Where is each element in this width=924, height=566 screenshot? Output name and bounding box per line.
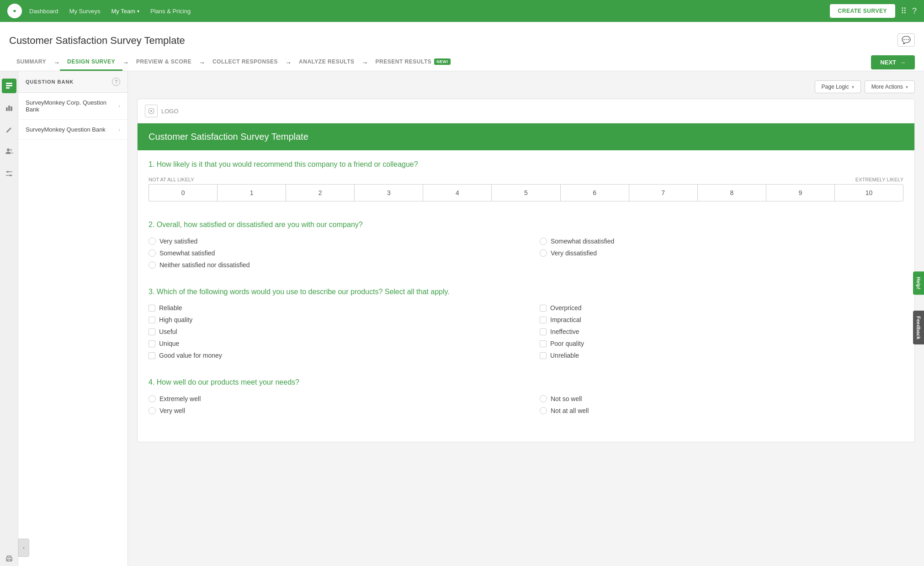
q4-option-1[interactable]: Extremely well [149, 395, 512, 402]
team-dropdown-arrow: ▾ [137, 9, 139, 14]
page-title: Customer Satisfaction Survey Template [9, 29, 185, 50]
grid-icon[interactable]: ⠿ [901, 6, 907, 16]
q4-option-3[interactable]: Very well [149, 407, 512, 414]
svg-point-7 [7, 148, 10, 151]
question-2-block: 2. Overall, how satisfied or dissatisfie… [149, 220, 903, 268]
page-logic-arrow: ▾ [852, 85, 854, 90]
collapse-sidebar-button[interactable]: ‹ [18, 539, 29, 557]
nps-3[interactable]: 3 [354, 184, 423, 201]
nps-10[interactable]: 10 [834, 184, 903, 201]
tab-navigation: SUMMARY → DESIGN SURVEY → PREVIEW & SCOR… [9, 54, 915, 71]
tab-analyze-results[interactable]: ANALYZE RESULTS [292, 54, 362, 71]
q2-option-3[interactable]: Somewhat satisfied [149, 249, 512, 257]
q3-option-1[interactable]: Reliable [149, 304, 512, 312]
q3-option-4[interactable]: Impractical [540, 316, 903, 323]
question-bank-header: QUESTION BANK ? [18, 71, 127, 93]
top-navigation: Dashboard My Surveys My Team ▾ Plans & P… [0, 0, 924, 22]
nps-5[interactable]: 5 [491, 184, 560, 201]
q3-option-7[interactable]: Unique [149, 340, 512, 347]
nav-my-surveys[interactable]: My Surveys [69, 8, 101, 15]
survey-logo-bar: LOGO [138, 99, 914, 123]
question-3-block: 3. Which of the following words would yo… [149, 287, 903, 359]
question-4-block: 4. How well do our products meet your ne… [149, 377, 903, 414]
q3-option-3[interactable]: High quality [149, 316, 512, 323]
q3-option-9[interactable]: Good value for money [149, 352, 512, 359]
radio-circle-1 [149, 238, 156, 245]
qbank-item-corp[interactable]: SurveyMonkey Corp. Question Bank › [18, 93, 127, 120]
question-bank-help[interactable]: ? [112, 78, 120, 86]
radio-circle-q4-1 [149, 395, 156, 402]
svg-point-10 [7, 171, 9, 173]
tab-design-survey[interactable]: DESIGN SURVEY [60, 54, 122, 71]
page-logic-button[interactable]: Page Logic ▾ [815, 80, 861, 93]
chevron-right-icon-2: › [118, 127, 120, 133]
create-survey-button[interactable]: CREATE SURVEY [830, 4, 895, 18]
help-tab[interactable]: Help! [913, 271, 924, 295]
chat-button[interactable]: 💬 [897, 33, 915, 47]
survey-content: Page Logic ▾ More Actions ▾ LOGO Custome… [128, 71, 924, 566]
tab-arrow-5: → [362, 59, 368, 66]
question-bank-title: QUESTION BANK [26, 79, 74, 85]
logo-icon [145, 105, 158, 117]
nps-6[interactable]: 6 [560, 184, 629, 201]
q4-option-4[interactable]: Not at all well [540, 407, 903, 414]
nav-dashboard[interactable]: Dashboard [29, 8, 58, 15]
question-1-block: 1. How likely is it that you would recom… [149, 159, 903, 201]
tab-arrow-1: → [53, 59, 60, 66]
q2-option-4[interactable]: Very dissatisfied [540, 249, 903, 257]
q3-option-6[interactable]: Ineffective [540, 328, 903, 335]
nps-0[interactable]: 0 [149, 184, 217, 201]
question-3-text: 3. Which of the following words would yo… [149, 287, 903, 297]
feedback-tab[interactable]: Feedback [913, 311, 924, 345]
sidebar-chart-icon[interactable] [2, 101, 16, 115]
tab-present-results[interactable]: PRESENT RESULTS NEW! [368, 54, 458, 71]
nps-1[interactable]: 1 [217, 184, 286, 201]
tab-summary[interactable]: SUMMARY [9, 54, 53, 71]
radio-circle-q4-2 [540, 395, 547, 402]
more-actions-button[interactable]: More Actions ▾ [865, 80, 915, 93]
q4-option-2[interactable]: Not so well [540, 395, 903, 402]
sidebar-questions-icon[interactable] [2, 79, 16, 93]
q2-option-2[interactable]: Somewhat dissatisfied [540, 238, 903, 245]
survey-card: LOGO Customer Satisfaction Survey Templa… [137, 99, 915, 442]
q3-option-2[interactable]: Overpriced [540, 304, 903, 312]
q3-option-8[interactable]: Poor quality [540, 340, 903, 347]
q2-option-1[interactable]: Very satisfied [149, 238, 512, 245]
q2-option-5[interactable]: Neither satisfied nor dissatisfied [149, 261, 512, 269]
q3-option-10[interactable]: Unreliable [540, 352, 903, 359]
q4-radio-grid: Extremely well Not so well Very well [149, 395, 903, 414]
tab-arrow-3: → [199, 59, 205, 66]
more-actions-arrow: ▾ [906, 85, 908, 90]
nav-my-team[interactable]: My Team ▾ [112, 8, 140, 15]
tab-collect-responses[interactable]: COLLECT RESPONSES [205, 54, 285, 71]
sidebar-pencil-icon[interactable] [2, 122, 16, 137]
svg-rect-6 [11, 106, 12, 111]
help-icon[interactable]: ? [912, 6, 917, 16]
nps-2[interactable]: 2 [286, 184, 354, 201]
sidebar-print-icon[interactable] [2, 551, 16, 566]
nps-labels: NOT AT ALL LIKELY EXTREMELY LIKELY [149, 177, 903, 182]
checkbox-8 [540, 340, 547, 347]
svg-rect-5 [8, 106, 10, 111]
new-badge: NEW! [434, 58, 451, 65]
nps-7[interactable]: 7 [629, 184, 697, 201]
next-button[interactable]: NEXT → [871, 55, 915, 69]
tab-arrow-4: → [285, 59, 292, 66]
nps-8[interactable]: 8 [697, 184, 766, 201]
checkbox-3 [149, 317, 155, 323]
sidebar-sliders-icon[interactable] [2, 166, 16, 181]
radio-circle-3 [149, 249, 156, 257]
nps-4[interactable]: 4 [423, 184, 491, 201]
tab-preview-score[interactable]: PREVIEW & SCORE [129, 54, 199, 71]
qbank-item-sm[interactable]: SurveyMonkey Question Bank › [18, 120, 127, 140]
logo[interactable] [7, 4, 22, 18]
checkbox-6 [540, 328, 547, 335]
radio-circle-5 [149, 261, 156, 269]
svg-point-16 [150, 110, 152, 112]
svg-point-8 [10, 149, 12, 151]
q3-option-5[interactable]: Useful [149, 328, 512, 335]
sidebar-people-icon[interactable] [2, 144, 16, 159]
nav-plans-pricing[interactable]: Plans & Pricing [150, 8, 191, 15]
nps-9[interactable]: 9 [766, 184, 834, 201]
svg-rect-14 [7, 559, 11, 561]
